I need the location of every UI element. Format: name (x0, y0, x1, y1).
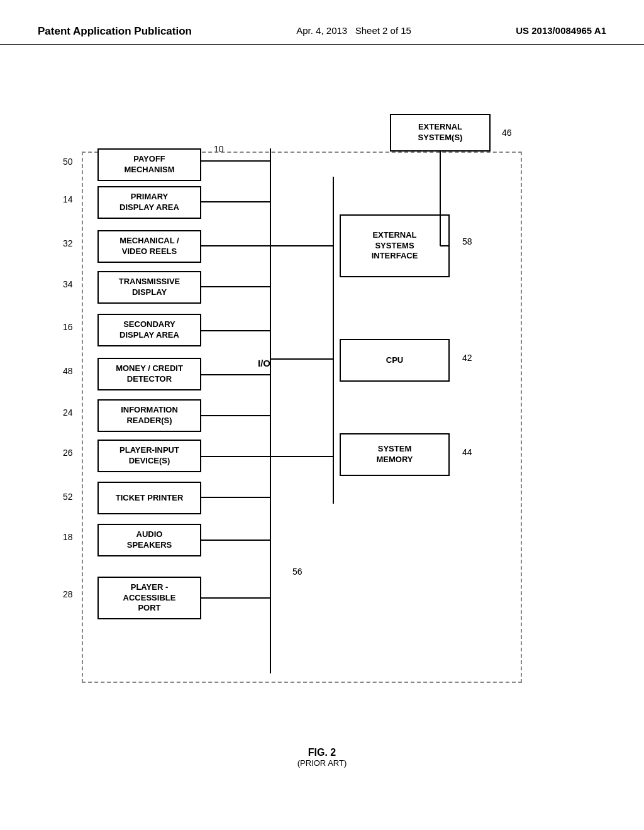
page: Patent Application Publication Apr. 4, 2… (0, 0, 644, 830)
audio-speakers-box: AUDIOSPEAKERS (97, 524, 201, 556)
label-28: 28 (63, 589, 73, 599)
secondary-display-box: SECONDARYDISPLAY AREA (97, 314, 201, 346)
fig-sub: (PRIOR ART) (297, 758, 347, 768)
header-center: Apr. 4, 2013 Sheet 2 of 15 (296, 25, 411, 36)
io-label: I/O (258, 358, 270, 368)
player-port-box: PLAYER -ACCESSIBLEPORT (97, 577, 201, 619)
header-sheet: Sheet 2 of 15 (355, 25, 411, 36)
label-32: 32 (63, 238, 73, 248)
label-44: 44 (462, 447, 472, 457)
player-input-box: PLAYER-INPUTDEVICE(S) (97, 440, 201, 472)
ext-systems-interface-box: EXTERNALSYSTEMSINTERFACE (340, 214, 450, 277)
diagram-area: EXTERNAL SYSTEM(S) 46 10 I/O PAYOFFMECHA… (0, 51, 644, 780)
label-48: 48 (63, 366, 73, 376)
label-16: 16 (63, 322, 73, 332)
payoff-mechanism-box: PAYOFFMECHANISM (97, 148, 201, 181)
label-56: 56 (292, 567, 303, 577)
header-patent: US 2013/0084965 A1 (516, 25, 606, 36)
label-52: 52 (63, 492, 73, 502)
mechanical-reels-box: MECHANICAL /VIDEO REELS (97, 230, 201, 263)
fig-label: FIG. 2 (297, 747, 347, 758)
primary-display-box: PRIMARYDISPLAY AREA (97, 186, 201, 219)
label-34: 34 (63, 279, 73, 289)
system-memory-box: SYSTEMMEMORY (340, 433, 450, 476)
label-58: 58 (462, 236, 472, 246)
money-credit-box: MONEY / CREDITDETECTOR (97, 358, 201, 390)
label-14: 14 (63, 194, 73, 204)
header-date: Apr. 4, 2013 (296, 25, 347, 36)
label-26: 26 (63, 448, 73, 458)
label-24: 24 (63, 407, 73, 418)
cpu-box: CPU (340, 339, 450, 382)
label-46: 46 (502, 128, 512, 138)
header: Patent Application Publication Apr. 4, 2… (0, 0, 644, 45)
information-reader-box: INFORMATIONREADER(S) (97, 399, 201, 432)
external-systems-box: EXTERNAL SYSTEM(S) (390, 114, 491, 152)
label-42: 42 (462, 353, 472, 363)
transmissive-display-box: TRANSMISSIVEDISPLAY (97, 271, 201, 304)
header-title: Patent Application Publication (38, 25, 192, 38)
fig-caption: FIG. 2 (PRIOR ART) (297, 747, 347, 768)
label-18: 18 (63, 532, 73, 542)
ticket-printer-box: TICKET PRINTER (97, 482, 201, 514)
label-50: 50 (63, 157, 73, 167)
